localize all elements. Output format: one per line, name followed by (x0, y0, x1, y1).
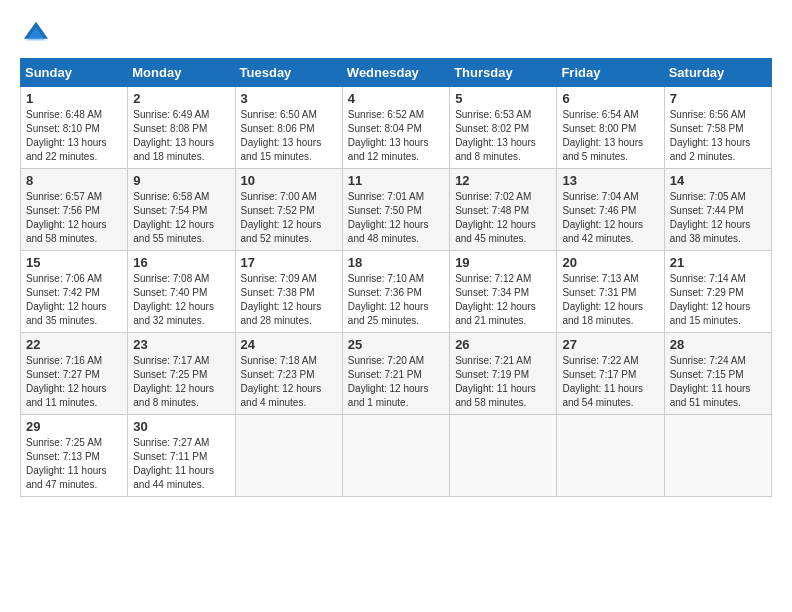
day-info: Sunrise: 7:16 AMSunset: 7:27 PMDaylight:… (26, 355, 107, 408)
weekday-header: Thursday (450, 59, 557, 87)
day-number: 4 (348, 91, 444, 106)
day-number: 13 (562, 173, 658, 188)
calendar-week-row: 8 Sunrise: 6:57 AMSunset: 7:56 PMDayligh… (21, 169, 772, 251)
calendar-day-cell: 12 Sunrise: 7:02 AMSunset: 7:48 PMDaylig… (450, 169, 557, 251)
day-info: Sunrise: 7:18 AMSunset: 7:23 PMDaylight:… (241, 355, 322, 408)
day-number: 23 (133, 337, 229, 352)
day-info: Sunrise: 6:56 AMSunset: 7:58 PMDaylight:… (670, 109, 751, 162)
day-info: Sunrise: 7:02 AMSunset: 7:48 PMDaylight:… (455, 191, 536, 244)
day-info: Sunrise: 7:27 AMSunset: 7:11 PMDaylight:… (133, 437, 214, 490)
calendar-day-cell: 23 Sunrise: 7:17 AMSunset: 7:25 PMDaylig… (128, 333, 235, 415)
day-info: Sunrise: 7:13 AMSunset: 7:31 PMDaylight:… (562, 273, 643, 326)
calendar-day-cell: 10 Sunrise: 7:00 AMSunset: 7:52 PMDaylig… (235, 169, 342, 251)
calendar-table: SundayMondayTuesdayWednesdayThursdayFrid… (20, 58, 772, 497)
day-info: Sunrise: 7:10 AMSunset: 7:36 PMDaylight:… (348, 273, 429, 326)
day-number: 27 (562, 337, 658, 352)
weekday-header: Sunday (21, 59, 128, 87)
day-info: Sunrise: 6:54 AMSunset: 8:00 PMDaylight:… (562, 109, 643, 162)
calendar-day-cell: 16 Sunrise: 7:08 AMSunset: 7:40 PMDaylig… (128, 251, 235, 333)
day-number: 15 (26, 255, 122, 270)
calendar-day-cell: 18 Sunrise: 7:10 AMSunset: 7:36 PMDaylig… (342, 251, 449, 333)
day-number: 7 (670, 91, 766, 106)
day-number: 12 (455, 173, 551, 188)
day-number: 14 (670, 173, 766, 188)
calendar-day-cell: 4 Sunrise: 6:52 AMSunset: 8:04 PMDayligh… (342, 87, 449, 169)
day-number: 26 (455, 337, 551, 352)
day-number: 11 (348, 173, 444, 188)
day-info: Sunrise: 7:08 AMSunset: 7:40 PMDaylight:… (133, 273, 214, 326)
calendar-day-cell: 3 Sunrise: 6:50 AMSunset: 8:06 PMDayligh… (235, 87, 342, 169)
day-number: 17 (241, 255, 337, 270)
day-number: 9 (133, 173, 229, 188)
day-info: Sunrise: 7:04 AMSunset: 7:46 PMDaylight:… (562, 191, 643, 244)
day-info: Sunrise: 7:21 AMSunset: 7:19 PMDaylight:… (455, 355, 536, 408)
weekday-header: Wednesday (342, 59, 449, 87)
day-info: Sunrise: 6:58 AMSunset: 7:54 PMDaylight:… (133, 191, 214, 244)
day-number: 30 (133, 419, 229, 434)
day-info: Sunrise: 7:09 AMSunset: 7:38 PMDaylight:… (241, 273, 322, 326)
calendar-day-cell: 28 Sunrise: 7:24 AMSunset: 7:15 PMDaylig… (664, 333, 771, 415)
day-number: 18 (348, 255, 444, 270)
logo-icon (22, 20, 50, 48)
day-number: 19 (455, 255, 551, 270)
day-number: 8 (26, 173, 122, 188)
weekday-header: Monday (128, 59, 235, 87)
calendar-header-row: SundayMondayTuesdayWednesdayThursdayFrid… (21, 59, 772, 87)
calendar-day-cell: 15 Sunrise: 7:06 AMSunset: 7:42 PMDaylig… (21, 251, 128, 333)
day-number: 16 (133, 255, 229, 270)
calendar-day-cell: 6 Sunrise: 6:54 AMSunset: 8:00 PMDayligh… (557, 87, 664, 169)
day-number: 22 (26, 337, 122, 352)
calendar-day-cell: 21 Sunrise: 7:14 AMSunset: 7:29 PMDaylig… (664, 251, 771, 333)
calendar-day-cell: 29 Sunrise: 7:25 AMSunset: 7:13 PMDaylig… (21, 415, 128, 497)
day-number: 28 (670, 337, 766, 352)
day-info: Sunrise: 6:52 AMSunset: 8:04 PMDaylight:… (348, 109, 429, 162)
calendar-day-cell (342, 415, 449, 497)
weekday-header: Saturday (664, 59, 771, 87)
day-info: Sunrise: 7:14 AMSunset: 7:29 PMDaylight:… (670, 273, 751, 326)
day-number: 25 (348, 337, 444, 352)
day-number: 29 (26, 419, 122, 434)
day-info: Sunrise: 7:12 AMSunset: 7:34 PMDaylight:… (455, 273, 536, 326)
calendar-day-cell (450, 415, 557, 497)
calendar-day-cell: 7 Sunrise: 6:56 AMSunset: 7:58 PMDayligh… (664, 87, 771, 169)
day-number: 6 (562, 91, 658, 106)
day-info: Sunrise: 6:48 AMSunset: 8:10 PMDaylight:… (26, 109, 107, 162)
page-header (20, 20, 772, 48)
calendar-day-cell: 26 Sunrise: 7:21 AMSunset: 7:19 PMDaylig… (450, 333, 557, 415)
day-info: Sunrise: 7:20 AMSunset: 7:21 PMDaylight:… (348, 355, 429, 408)
day-number: 21 (670, 255, 766, 270)
day-info: Sunrise: 7:01 AMSunset: 7:50 PMDaylight:… (348, 191, 429, 244)
day-info: Sunrise: 6:57 AMSunset: 7:56 PMDaylight:… (26, 191, 107, 244)
weekday-header: Tuesday (235, 59, 342, 87)
calendar-day-cell: 13 Sunrise: 7:04 AMSunset: 7:46 PMDaylig… (557, 169, 664, 251)
day-info: Sunrise: 7:05 AMSunset: 7:44 PMDaylight:… (670, 191, 751, 244)
calendar-week-row: 29 Sunrise: 7:25 AMSunset: 7:13 PMDaylig… (21, 415, 772, 497)
day-info: Sunrise: 6:50 AMSunset: 8:06 PMDaylight:… (241, 109, 322, 162)
weekday-header: Friday (557, 59, 664, 87)
calendar-day-cell: 30 Sunrise: 7:27 AMSunset: 7:11 PMDaylig… (128, 415, 235, 497)
day-number: 20 (562, 255, 658, 270)
calendar-day-cell: 1 Sunrise: 6:48 AMSunset: 8:10 PMDayligh… (21, 87, 128, 169)
calendar-day-cell: 17 Sunrise: 7:09 AMSunset: 7:38 PMDaylig… (235, 251, 342, 333)
calendar-day-cell: 11 Sunrise: 7:01 AMSunset: 7:50 PMDaylig… (342, 169, 449, 251)
calendar-day-cell: 5 Sunrise: 6:53 AMSunset: 8:02 PMDayligh… (450, 87, 557, 169)
day-info: Sunrise: 6:53 AMSunset: 8:02 PMDaylight:… (455, 109, 536, 162)
calendar-week-row: 22 Sunrise: 7:16 AMSunset: 7:27 PMDaylig… (21, 333, 772, 415)
calendar-week-row: 15 Sunrise: 7:06 AMSunset: 7:42 PMDaylig… (21, 251, 772, 333)
calendar-day-cell: 2 Sunrise: 6:49 AMSunset: 8:08 PMDayligh… (128, 87, 235, 169)
day-info: Sunrise: 7:06 AMSunset: 7:42 PMDaylight:… (26, 273, 107, 326)
day-info: Sunrise: 7:25 AMSunset: 7:13 PMDaylight:… (26, 437, 107, 490)
day-info: Sunrise: 7:24 AMSunset: 7:15 PMDaylight:… (670, 355, 751, 408)
calendar-day-cell: 19 Sunrise: 7:12 AMSunset: 7:34 PMDaylig… (450, 251, 557, 333)
calendar-day-cell: 14 Sunrise: 7:05 AMSunset: 7:44 PMDaylig… (664, 169, 771, 251)
logo (20, 20, 50, 48)
day-info: Sunrise: 7:00 AMSunset: 7:52 PMDaylight:… (241, 191, 322, 244)
day-number: 1 (26, 91, 122, 106)
day-number: 2 (133, 91, 229, 106)
day-info: Sunrise: 7:22 AMSunset: 7:17 PMDaylight:… (562, 355, 643, 408)
calendar-day-cell: 8 Sunrise: 6:57 AMSunset: 7:56 PMDayligh… (21, 169, 128, 251)
day-info: Sunrise: 7:17 AMSunset: 7:25 PMDaylight:… (133, 355, 214, 408)
day-number: 5 (455, 91, 551, 106)
day-number: 3 (241, 91, 337, 106)
calendar-day-cell: 25 Sunrise: 7:20 AMSunset: 7:21 PMDaylig… (342, 333, 449, 415)
